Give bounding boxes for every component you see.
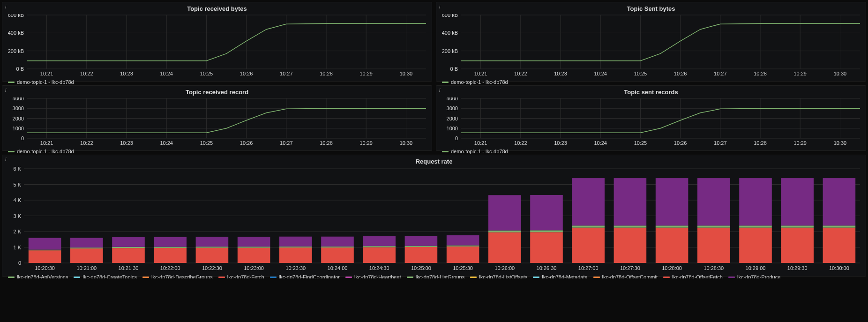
plot-area[interactable]: 0100020003000400010:2110:2210:2310:2410:…	[5, 97, 429, 147]
svg-text:10:29:00: 10:29:00	[746, 265, 766, 271]
svg-rect-162	[363, 247, 396, 263]
svg-rect-144	[154, 237, 187, 247]
legend-item[interactable]: lkc-dp78d-OffsetFetch	[663, 274, 723, 278]
svg-rect-180	[530, 195, 563, 230]
svg-text:400 kB: 400 kB	[442, 30, 458, 36]
svg-text:10:21:30: 10:21:30	[119, 265, 139, 271]
svg-text:600 kB: 600 kB	[442, 14, 458, 18]
svg-rect-182	[572, 228, 605, 263]
legend-item[interactable]: lkc-dp78d-FindCoordinator	[270, 274, 340, 278]
legend-swatch	[218, 277, 225, 278]
svg-text:10:30: 10:30	[400, 71, 413, 76]
svg-rect-164	[363, 236, 396, 246]
svg-text:10:29: 10:29	[359, 140, 373, 146]
legend-item[interactable]: lkc-dp78d-Fetch	[218, 274, 264, 278]
svg-rect-159	[321, 247, 354, 247]
svg-rect-167	[405, 246, 438, 247]
svg-text:10:21: 10:21	[40, 71, 53, 76]
info-icon[interactable]: i	[439, 4, 440, 9]
plot-area[interactable]: 01 K2 K3 K4 K5 K6 K10:20:3010:21:0010:21…	[5, 167, 863, 272]
svg-text:2 K: 2 K	[13, 229, 21, 234]
legend-swatch	[74, 277, 80, 278]
plot-area[interactable]: 0100020003000400010:2110:2210:2310:2410:…	[439, 97, 863, 147]
plot-area[interactable]: 0 B200 kB400 kB600 kB10:2110:2210:2310:2…	[5, 14, 429, 77]
svg-rect-156	[279, 237, 312, 247]
legend-item[interactable]: lkc-dp78d-Heartbeat	[345, 274, 401, 278]
legend-item[interactable]: lkc-dp78d-DescribeGroups	[142, 274, 213, 278]
svg-text:10:26:00: 10:26:00	[494, 265, 515, 271]
legend-label: lkc-dp78d-OffsetFetch	[672, 274, 723, 278]
svg-text:10:26: 10:26	[240, 140, 253, 146]
legend-label: lkc-dp78d-Heartbeat	[354, 274, 401, 278]
panel-title: Topic received record	[5, 88, 429, 97]
svg-rect-196	[697, 178, 730, 225]
svg-text:10:28: 10:28	[320, 71, 333, 76]
legend-swatch	[663, 277, 670, 278]
svg-text:1000: 1000	[13, 126, 24, 131]
svg-rect-132	[29, 238, 61, 249]
svg-rect-208	[823, 178, 856, 225]
svg-text:10:23:00: 10:23:00	[244, 265, 264, 271]
legend-item[interactable]: lkc-dp78d-ApiVersions	[8, 274, 68, 278]
svg-text:10:29:30: 10:29:30	[787, 265, 808, 271]
legend-swatch	[8, 82, 15, 83]
legend-item[interactable]: lkc-dp78d-OffsetCommit	[593, 274, 658, 278]
svg-text:10:21: 10:21	[474, 71, 487, 76]
svg-text:10:29: 10:29	[793, 140, 807, 146]
svg-rect-154	[279, 247, 312, 263]
panel-recv-record[interactable]: i Topic received record 0100020003000400…	[2, 85, 432, 151]
svg-text:10:23:30: 10:23:30	[285, 265, 306, 271]
legend-swatch	[8, 151, 15, 152]
panel-request-rate[interactable]: i Request rate 01 K2 K3 K4 K5 K6 K10:20:…	[2, 155, 866, 277]
legend-item[interactable]: demo-topic-1 - lkc-dp78d	[8, 149, 74, 154]
svg-text:10:25:00: 10:25:00	[411, 265, 431, 271]
svg-text:6 K: 6 K	[13, 167, 21, 172]
legend-label: lkc-dp78d-ListGroups	[416, 274, 465, 278]
info-icon[interactable]: i	[5, 4, 6, 9]
svg-text:10:22: 10:22	[514, 71, 527, 76]
svg-rect-171	[447, 245, 479, 246]
svg-text:10:27: 10:27	[280, 140, 293, 146]
svg-text:10:24:30: 10:24:30	[369, 265, 389, 271]
legend-swatch	[442, 151, 449, 152]
legend-item[interactable]: demo-topic-1 - lkc-dp78d	[442, 79, 508, 85]
legend-label: demo-topic-1 - lkc-dp78d	[17, 149, 74, 154]
svg-rect-184	[572, 178, 605, 225]
panel-title: Topic sent records	[439, 88, 863, 97]
legend-label: demo-topic-1 - lkc-dp78d	[451, 149, 508, 154]
svg-text:10:24: 10:24	[160, 71, 173, 76]
row-2: i Topic received record 0100020003000400…	[2, 85, 866, 151]
svg-rect-172	[447, 235, 479, 245]
legend-item[interactable]: demo-topic-1 - lkc-dp78d	[8, 79, 74, 85]
legend-item[interactable]: lkc-dp78d-ListOffsets	[470, 274, 527, 278]
svg-text:10:21: 10:21	[40, 140, 53, 146]
legend-item[interactable]: lkc-dp78d-ListGroups	[407, 274, 465, 278]
svg-text:10:29: 10:29	[793, 71, 807, 76]
svg-text:10:24: 10:24	[594, 140, 607, 146]
svg-rect-170	[447, 247, 479, 263]
svg-text:10:30: 10:30	[834, 71, 847, 76]
svg-text:10:23: 10:23	[554, 71, 567, 76]
legend-item[interactable]: lkc-dp78d-Produce	[728, 274, 780, 278]
legend-item[interactable]: demo-topic-1 - lkc-dp78d	[442, 149, 508, 154]
info-icon[interactable]: i	[439, 88, 440, 93]
svg-text:10:28: 10:28	[320, 140, 333, 146]
info-icon[interactable]: i	[5, 88, 6, 93]
svg-text:0: 0	[21, 135, 24, 141]
svg-rect-183	[572, 225, 605, 227]
svg-text:10:22: 10:22	[80, 71, 93, 76]
svg-rect-203	[781, 225, 814, 227]
panel-sent-records[interactable]: i Topic sent records 0100020003000400010…	[436, 85, 866, 151]
legend-item[interactable]: lkc-dp78d-Metadata	[533, 274, 587, 278]
svg-rect-206	[823, 228, 856, 263]
legend-item[interactable]: lkc-dp78d-CreateTopics	[74, 274, 137, 278]
svg-text:400 kB: 400 kB	[8, 30, 24, 36]
svg-rect-194	[697, 228, 730, 263]
info-icon[interactable]: i	[5, 157, 6, 162]
svg-text:200 kB: 200 kB	[442, 48, 458, 54]
panel-sent-bytes[interactable]: i Topic Sent bytes 0 B200 kB400 kB600 kB…	[436, 2, 866, 82]
legend-label: demo-topic-1 - lkc-dp78d	[451, 79, 508, 85]
plot-area[interactable]: 0 B200 kB400 kB600 kB10:2110:2210:2310:2…	[439, 14, 863, 77]
svg-rect-147	[196, 247, 229, 247]
panel-recv-bytes[interactable]: i Topic received bytes 0 B200 kB400 kB60…	[2, 2, 432, 82]
